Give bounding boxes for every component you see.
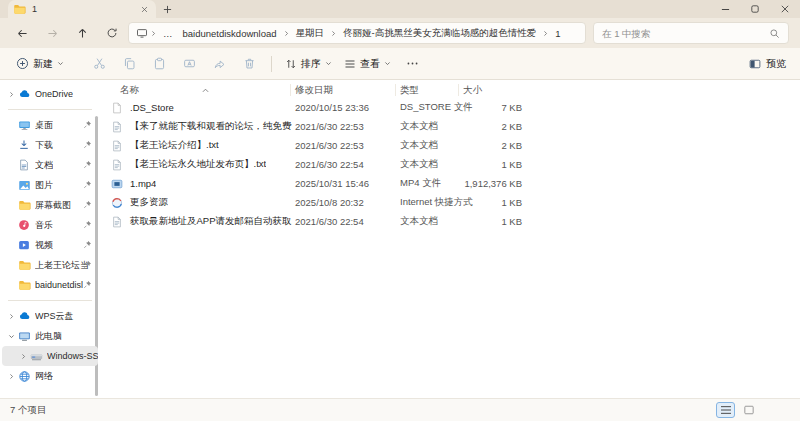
maximize-button[interactable] [740,0,770,18]
details-view-button[interactable] [716,402,735,418]
rename-button[interactable] [175,52,203,76]
explorer-tab[interactable]: 1 [8,0,156,18]
chevron-right-icon[interactable] [6,373,16,380]
pin-icon [83,180,93,190]
icons-view-button[interactable] [739,402,758,418]
chevron-right-icon[interactable] [6,91,16,98]
sidebar-item-label: 视频 [35,239,53,252]
sidebar-item[interactable]: 图片 [2,175,98,195]
cut-button[interactable] [85,52,113,76]
file-row[interactable]: .DS_Store2020/10/15 23:36DS_STORE 文件7 KB [100,98,800,117]
file-row[interactable]: 【来了就能下载和观看的论坛，纯免费！】.txt2021/6/30 22:53文本… [100,117,800,136]
file-row[interactable]: 1.mp42025/10/31 15:46MP4 文件1,912,376 KB [100,174,800,193]
breadcrumb-ellipsis[interactable]: … [158,28,178,39]
pin-icon [83,120,93,130]
delete-button[interactable] [235,52,263,76]
sort-button[interactable]: 排序 [279,53,338,75]
video-file-icon [110,177,124,191]
chevron-right-icon[interactable] [18,353,28,360]
file-name-text: 【来了就能下载和观看的论坛，纯免费！】.txt [130,120,292,133]
file-size: 1,912,376 KB [442,174,522,193]
new-tab-button[interactable] [156,0,178,18]
sidebar-item[interactable]: 视频 [2,235,98,255]
share-button[interactable] [205,52,233,76]
network-icon [16,368,32,384]
breadcrumb-item[interactable]: baidunetdiskdownload [178,28,282,39]
new-button[interactable]: 新建 [10,53,70,75]
document-icon [16,157,32,173]
sidebar-item[interactable]: 文档 [2,155,98,175]
chevron-right-icon [541,30,550,37]
file-name-text: 获取最新地址及APP请发邮箱自动获取.txt [130,215,292,228]
file-name-text: 更多资源 [130,196,168,209]
copy-button[interactable] [115,52,143,76]
doc-blank-icon [110,101,124,115]
view-lines-icon [344,58,356,70]
sidebar-item-label: 音乐 [35,219,53,232]
file-row[interactable]: 【老王论坛永久地址发布页】.txt2021/6/30 22:54文本文档1 KB [100,155,800,174]
doc-text-icon [110,215,124,229]
sidebar-item[interactable]: Windows-SSD [2,346,98,366]
paste-button[interactable] [145,52,173,76]
chevron-right-icon[interactable] [6,313,16,320]
sidebar-item[interactable]: 此电脑 [2,326,98,346]
breadcrumb-item[interactable]: 星期日 [291,27,330,40]
circle-plus-icon [16,57,29,70]
sidebar-item[interactable]: 桌面 [2,115,98,135]
chevron-down-icon[interactable] [6,333,16,340]
file-date: 2025/10/8 20:32 [295,193,364,212]
sidebar-item[interactable]: 下载 [2,135,98,155]
search-input[interactable] [602,28,769,39]
breadcrumb-item[interactable]: 1 [550,28,565,39]
file-name: 更多资源 [110,193,168,212]
file-name-text: 【老王论坛介绍】.txt [130,139,219,152]
up-button[interactable] [74,25,90,41]
minimize-button[interactable] [710,0,740,18]
tab-bar: 1 [0,0,800,18]
file-size: 7 KB [442,98,522,117]
sidebar-item[interactable]: OneDrive [2,84,98,104]
column-header-size[interactable]: 大小 [463,84,482,97]
column-header-name[interactable]: 名称 [120,84,139,97]
back-button[interactable] [14,25,30,41]
column-header-date[interactable]: 修改日期 [295,84,333,97]
chevron-down-icon [325,60,332,67]
sidebar-item[interactable]: 屏幕截图 [2,195,98,215]
file-type: 文本文档 [400,212,438,231]
file-row[interactable]: 更多资源2025/10/8 20:32Internet 快捷方式1 KB [100,193,800,212]
preview-pane-icon [749,58,761,70]
file-date: 2025/10/31 15:46 [295,174,369,193]
sidebar-item[interactable]: 上老王论坛当 [2,255,98,275]
folder-icon [16,257,32,273]
view-button[interactable]: 查看 [338,53,397,75]
sidebar-item[interactable]: 网络 [2,366,98,386]
file-type: 文本文档 [400,155,438,174]
close-button[interactable] [770,0,800,18]
breadcrumb[interactable]: …baidunetdiskdownload星期日佟丽娅-高挑黑丝美女充满临场感的… [128,22,586,44]
preview-button[interactable]: 预览 [749,48,786,80]
file-size: 1 KB [442,193,522,212]
file-row[interactable]: 【老王论坛介绍】.txt2021/6/30 22:53文本文档2 KB [100,136,800,155]
sidebar-item[interactable]: 音乐 [2,215,98,235]
doc-text-icon [110,139,124,153]
tab-close-icon[interactable] [137,3,151,16]
sidebar-item-label: 文档 [35,159,53,172]
sidebar-item[interactable]: baidunetdisl [2,275,98,295]
file-type: 文本文档 [400,117,438,136]
breadcrumb-item[interactable]: 佟丽娅-高挑黑丝美女充满临场感的超色情性爱 [338,27,541,40]
column-headers: 名称 修改日期 类型 大小 [100,80,800,98]
computer-icon [135,27,149,39]
refresh-button[interactable] [104,25,120,41]
navigation-bar: …baidunetdiskdownload星期日佟丽娅-高挑黑丝美女充满临场感的… [0,18,800,48]
more-options-button[interactable] [398,52,426,76]
pin-icon [83,240,93,250]
file-name: 获取最新地址及APP请发邮箱自动获取.txt [110,212,292,231]
pin-icon [83,200,93,210]
main-area: OneDrive桌面下载文档图片屏幕截图音乐视频上老王论坛当baidunetdi… [0,80,800,398]
file-row[interactable]: 获取最新地址及APP请发邮箱自动获取.txt2021/6/30 22:54文本文… [100,212,800,231]
pin-icon [83,280,93,290]
column-header-type[interactable]: 类型 [400,84,419,97]
sidebar-item[interactable]: WPS云盘 [2,306,98,326]
forward-button[interactable] [44,25,60,41]
music-icon [16,217,32,233]
